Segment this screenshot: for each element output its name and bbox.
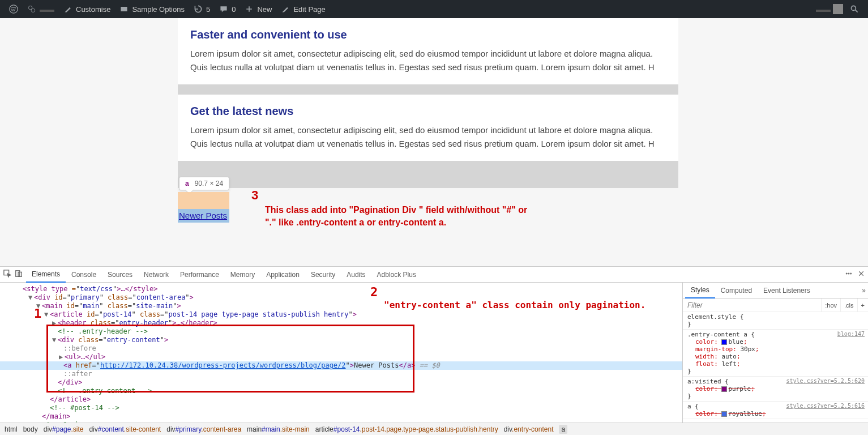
elements-panel[interactable]: 1 2 "entry-content a" class contain only… — [0, 283, 682, 423]
styles-tabs: Styles Computed Event Listeners » — [683, 283, 868, 298]
tab-performance[interactable]: Performance — [174, 267, 225, 283]
tab-application[interactable]: Application — [260, 267, 305, 283]
inspect-dim: 90.7 × 24 — [195, 180, 223, 187]
tab-console[interactable]: Console — [66, 267, 102, 283]
devtools-left-icons — [3, 270, 26, 279]
svg-point-0 — [10, 5, 18, 13]
card-body: Lorem ipsum dolor sit amet, consectetur … — [190, 123, 666, 151]
hov-toggle[interactable]: :hov — [821, 298, 840, 312]
devtools-right-icons — [845, 270, 865, 279]
svg-point-8 — [846, 273, 847, 274]
device-mode-icon[interactable] — [15, 270, 23, 279]
inspect-element-icon[interactable] — [3, 270, 11, 279]
edit-page-button[interactable]: Edit Page — [276, 0, 330, 18]
updates-count: 5 — [206, 5, 210, 14]
card-title: Get the latest news — [190, 105, 666, 118]
tab-elements[interactable]: Elements — [26, 267, 66, 283]
svg-point-4 — [851, 6, 856, 10]
tab-audits[interactable]: Audits — [341, 267, 371, 283]
devtools-body: 1 2 "entry-content a" class contain only… — [0, 283, 868, 423]
new-label: New — [257, 5, 272, 14]
annotation-2-text: "entry-content a" class contain only pag… — [384, 300, 645, 310]
bc-main[interactable]: main#main.site-main — [247, 425, 310, 433]
bc-html[interactable]: html — [5, 425, 18, 433]
new-button[interactable]: New — [240, 0, 276, 18]
cls-toggle[interactable]: .cls — [840, 298, 857, 312]
add-rule-icon[interactable]: + — [857, 298, 868, 312]
tab-computed[interactable]: Computed — [715, 283, 758, 298]
svg-point-10 — [850, 273, 852, 274]
page-area: Faster and convenient to use Lorem ipsum… — [0, 18, 868, 266]
annotation-3-number: 3 — [251, 188, 258, 203]
devtools: Elements Console Sources Network Perform… — [0, 266, 868, 435]
search-icon[interactable] — [845, 0, 863, 18]
edit-page-label: Edit Page — [293, 5, 325, 14]
bc-entry[interactable]: div.entry-content — [504, 425, 554, 433]
bc-a[interactable]: a — [559, 425, 567, 434]
highlight-margin — [178, 192, 229, 209]
wp-admin-bar: ▬▬ Customise Sample Options 5 0 New Edit… — [0, 0, 868, 18]
svg-point-2 — [31, 8, 35, 12]
bc-article[interactable]: article#post-14.post-14.page.type-page.s… — [315, 425, 498, 433]
comments-count: 0 — [232, 5, 236, 14]
user-name-hidden: ▬▬ — [816, 5, 831, 14]
site-icon[interactable]: ▬▬ — [23, 0, 59, 18]
sample-options-button[interactable]: Sample Options — [115, 0, 189, 18]
tab-memory[interactable]: Memory — [225, 267, 260, 283]
admin-bar-right: ▬▬ — [816, 0, 863, 18]
admin-bar-left: ▬▬ Customise Sample Options 5 0 New Edit… — [5, 0, 330, 18]
tab-network[interactable]: Network — [138, 267, 174, 283]
svg-rect-6 — [16, 271, 20, 277]
annotation-1-number: 1 — [34, 306, 41, 321]
tab-sources[interactable]: Sources — [102, 267, 138, 283]
styles-panel: Styles Computed Event Listeners » :hov .… — [682, 283, 868, 423]
more-icon[interactable] — [845, 270, 852, 279]
inspect-tag: a — [185, 180, 189, 187]
updates-button[interactable]: 5 — [189, 0, 215, 18]
sample-options-label: Sample Options — [132, 5, 185, 14]
bc-body[interactable]: body — [23, 425, 38, 433]
inspect-tooltip: a 90.7 × 24 — [179, 177, 229, 190]
tab-security[interactable]: Security — [305, 267, 341, 283]
annotation-3-text: This class add into "Pagination Div " fi… — [265, 204, 537, 229]
tab-event-listeners[interactable]: Event Listeners — [758, 283, 816, 298]
card-news: Get the latest news Lorem ipsum dolor si… — [178, 95, 678, 161]
svg-point-1 — [28, 6, 32, 9]
styles-rules[interactable]: element.style {} blog:147 .entry-content… — [683, 312, 868, 423]
content-wrap: Faster and convenient to use Lorem ipsum… — [178, 18, 678, 188]
styles-filter-input[interactable] — [683, 301, 821, 309]
breadcrumb: html body div#page.site div#content.site… — [0, 423, 868, 435]
bc-page[interactable]: div#page.site — [44, 425, 84, 433]
avatar[interactable] — [833, 4, 843, 14]
customise-label: Customise — [76, 5, 110, 14]
wp-logo[interactable] — [5, 0, 23, 18]
card-title: Faster and convenient to use — [190, 28, 666, 41]
tab-adblock[interactable]: Adblock Plus — [371, 267, 422, 283]
svg-point-9 — [848, 273, 849, 274]
devtools-tabs: Elements Console Sources Network Perform… — [0, 267, 868, 283]
customise-button[interactable]: Customise — [59, 0, 115, 18]
bc-content[interactable]: div#content.site-content — [89, 425, 161, 433]
card-body: Lorem ipsum dolor sit amet, consectetur … — [190, 47, 666, 74]
tab-styles[interactable]: Styles — [685, 283, 715, 298]
bc-primary[interactable]: div#primary.content-area — [166, 425, 241, 433]
newer-posts-link[interactable]: Newer Posts — [179, 211, 227, 220]
close-icon[interactable] — [858, 270, 865, 279]
annotation-2-number: 2 — [370, 285, 378, 299]
filter-row: :hov .cls + — [683, 298, 868, 312]
comments-button[interactable]: 0 — [215, 0, 240, 18]
card-faster: Faster and convenient to use Lorem ipsum… — [178, 18, 678, 84]
more-styles-icon[interactable]: » — [862, 287, 866, 295]
svg-rect-3 — [121, 7, 127, 11]
